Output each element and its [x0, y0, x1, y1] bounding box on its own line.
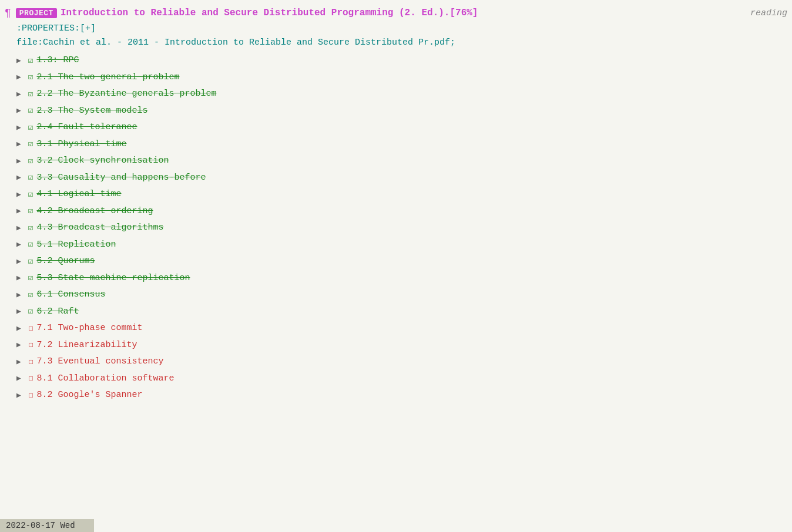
- list-item: ▶☑3.2 Clock synchronisation: [0, 153, 792, 170]
- checkbox-todo-icon[interactable]: ☐: [28, 339, 33, 351]
- item-text: 2.1 The two general problem: [36, 71, 179, 85]
- expand-arrow-icon[interactable]: ▶: [16, 306, 25, 318]
- expand-arrow-icon[interactable]: ▶: [16, 390, 25, 402]
- checkbox-done-icon[interactable]: ☑: [28, 138, 33, 150]
- item-text: 3.3 Causality and happens-before: [36, 171, 206, 185]
- list-item: ▶☑5.1 Replication: [0, 237, 792, 254]
- expand-arrow-icon[interactable]: ▶: [16, 272, 25, 284]
- item-text: 5.3 State machine replication: [36, 272, 190, 285]
- item-text: 2.3 The System models: [36, 105, 147, 118]
- expand-arrow-icon[interactable]: ▶: [16, 339, 25, 351]
- list-item: ▶☐7.2 Linearizability: [0, 337, 792, 354]
- item-text: 8.2 Google's Spanner: [36, 389, 142, 402]
- list-item: ▶☑6.2 Raft: [0, 304, 792, 321]
- pilcrow-icon: ¶: [5, 7, 11, 19]
- list-item: ▶☑2.2 The Byzantine generals problem: [0, 86, 792, 103]
- expand-arrow-icon[interactable]: ▶: [16, 156, 25, 167]
- properties-label[interactable]: :PROPERTIES:[+]: [16, 23, 96, 33]
- item-text: 4.1 Logical time: [36, 188, 121, 201]
- list-item: ▶☑5.3 State machine replication: [0, 270, 792, 287]
- outline-list: ▶☑1.3: RPC▶☑2.1 The two general problem▶…: [0, 52, 792, 404]
- expand-arrow-icon[interactable]: ▶: [16, 139, 25, 150]
- list-item: ▶☑4.3 Broadcast algorithms: [0, 220, 792, 237]
- checkbox-done-icon[interactable]: ☑: [28, 272, 33, 284]
- expand-arrow-icon[interactable]: ▶: [16, 289, 25, 301]
- expand-arrow-icon[interactable]: ▶: [16, 72, 25, 83]
- list-item: ▶☑2.3 The System models: [0, 103, 792, 120]
- checkbox-todo-icon[interactable]: ☐: [28, 356, 33, 368]
- expand-arrow-icon[interactable]: ▶: [16, 323, 25, 335]
- file-link[interactable]: file:Cachin et al. - 2011 - Introduction…: [16, 38, 455, 48]
- item-text: 3.1 Physical time: [36, 138, 126, 151]
- item-text: 5.2 Quorums: [36, 255, 95, 268]
- expand-arrow-icon[interactable]: ▶: [16, 373, 25, 385]
- file-line[interactable]: file:Cachin et al. - 2011 - Introduction…: [0, 36, 792, 52]
- checkbox-done-icon[interactable]: ☑: [28, 55, 33, 67]
- list-item: ▶☑4.2 Broadcast ordering: [0, 203, 792, 220]
- page-title: Introduction to Reliable and Secure Dist…: [61, 8, 478, 18]
- list-item: ▶☑2.1 The two general problem: [0, 69, 792, 86]
- list-item: ▶☐8.2 Google's Spanner: [0, 387, 792, 404]
- list-item: ▶☑6.1 Consensus: [0, 287, 792, 304]
- item-text: 4.2 Broadcast ordering: [36, 205, 153, 218]
- item-text: 2.2 The Byzantine generals problem: [36, 87, 216, 101]
- expand-arrow-icon[interactable]: ▶: [16, 206, 25, 217]
- expand-arrow-icon[interactable]: ▶: [16, 223, 25, 234]
- item-text: 6.1 Consensus: [36, 288, 105, 302]
- item-text: 7.3 Eventual consistency: [36, 355, 163, 369]
- expand-arrow-icon[interactable]: ▶: [16, 172, 25, 184]
- checkbox-done-icon[interactable]: ☑: [28, 289, 33, 301]
- item-text: 7.2 Linearizability: [36, 339, 137, 352]
- checkbox-done-icon[interactable]: ☑: [28, 155, 33, 167]
- checkbox-done-icon[interactable]: ☑: [28, 255, 33, 268]
- expand-arrow-icon[interactable]: ▶: [16, 122, 25, 134]
- item-text: 8.1 Collaboration software: [36, 372, 174, 386]
- checkbox-done-icon[interactable]: ☑: [28, 222, 33, 234]
- expand-arrow-icon[interactable]: ▶: [16, 189, 25, 201]
- checkbox-done-icon[interactable]: ☑: [28, 205, 33, 217]
- expand-arrow-icon[interactable]: ▶: [16, 55, 25, 67]
- project-badge: PROJECT: [16, 8, 57, 18]
- checkbox-todo-icon[interactable]: ☐: [28, 372, 33, 385]
- checkbox-done-icon[interactable]: ☑: [28, 71, 33, 83]
- reading-status: reading: [750, 8, 787, 18]
- list-item: ▶☑3.1 Physical time: [0, 136, 792, 153]
- list-item: ▶☐8.1 Collaboration software: [0, 371, 792, 388]
- page-container: ¶ PROJECT Introduction to Reliable and S…: [0, 0, 792, 532]
- checkbox-done-icon[interactable]: ☑: [28, 122, 33, 134]
- checkbox-done-icon[interactable]: ☑: [28, 88, 33, 100]
- list-item: ▶☑4.1 Logical time: [0, 186, 792, 203]
- item-text: 5.1 Replication: [36, 238, 116, 252]
- expand-arrow-icon[interactable]: ▶: [16, 256, 25, 268]
- checkbox-todo-icon[interactable]: ☐: [28, 322, 33, 335]
- checkbox-done-icon[interactable]: ☑: [28, 188, 33, 201]
- checkbox-todo-icon[interactable]: ☐: [28, 389, 33, 402]
- checkbox-done-icon[interactable]: ☑: [28, 305, 33, 318]
- list-item: ▶☑5.2 Quorums: [0, 253, 792, 270]
- status-bar: 2022-08-17 Wed: [0, 519, 94, 532]
- properties-line[interactable]: :PROPERTIES:[+]: [0, 21, 792, 36]
- checkbox-done-icon[interactable]: ☑: [28, 238, 33, 251]
- item-text: 3.2 Clock synchronisation: [36, 154, 169, 168]
- item-text: 4.3 Broadcast algorithms: [36, 221, 163, 235]
- list-item: ▶☑2.4 Fault tolerance: [0, 119, 792, 136]
- list-item: ▶☑3.3 Causality and happens-before: [0, 170, 792, 187]
- item-text: 2.4 Fault tolerance: [36, 121, 137, 134]
- expand-arrow-icon[interactable]: ▶: [16, 105, 25, 117]
- item-text: 7.1 Two-phase commit: [36, 322, 142, 335]
- expand-arrow-icon[interactable]: ▶: [16, 89, 25, 100]
- checkbox-done-icon[interactable]: ☑: [28, 171, 33, 184]
- date-display: 2022-08-17 Wed: [6, 521, 75, 530]
- list-item: ▶☑1.3: RPC: [0, 52, 792, 69]
- list-item: ▶☐7.1 Two-phase commit: [0, 320, 792, 337]
- list-item: ▶☐7.3 Eventual consistency: [0, 353, 792, 371]
- item-text: 6.2 Raft: [36, 305, 79, 319]
- expand-arrow-icon[interactable]: ▶: [16, 239, 25, 251]
- item-text: 1.3: RPC: [36, 54, 79, 68]
- header-line: ¶ PROJECT Introduction to Reliable and S…: [0, 5, 792, 21]
- expand-arrow-icon[interactable]: ▶: [16, 356, 25, 368]
- checkbox-done-icon[interactable]: ☑: [28, 105, 33, 117]
